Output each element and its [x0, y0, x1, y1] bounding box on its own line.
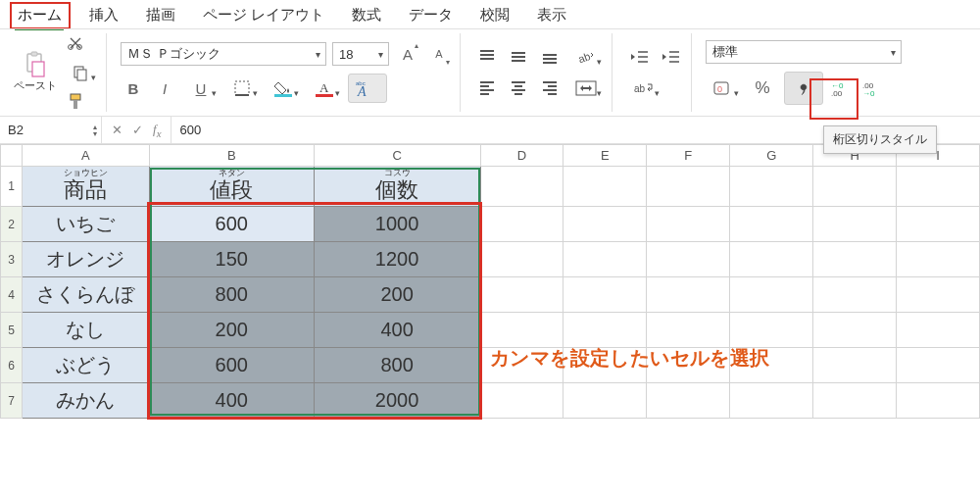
underline-button[interactable]: U	[183, 76, 219, 100]
col-header-B[interactable]: B	[149, 145, 314, 167]
svg-text:ab: ab	[576, 50, 592, 65]
align-top-icon[interactable]	[474, 45, 500, 69]
col-header-E[interactable]: E	[564, 145, 647, 167]
tab-view[interactable]: 表示	[537, 6, 566, 25]
cancel-formula-icon[interactable]: ✕	[112, 123, 122, 137]
tab-home[interactable]: ホーム	[18, 6, 62, 25]
cell-B6[interactable]: 600	[149, 348, 314, 383]
cut-icon[interactable]	[63, 31, 88, 55]
spreadsheet-grid[interactable]: A B C D E F G H I 1 ショウヒン商品 ネダン値段 コスウ個数 …	[0, 144, 980, 419]
align-middle-icon[interactable]	[506, 45, 531, 69]
menu-tabs: ホーム 挿入 描画 ページ レイアウト 数式 データ 校閲 表示	[0, 0, 980, 28]
font-size-select[interactable]: 18	[332, 42, 389, 66]
decrease-decimal-icon[interactable]: .00→0	[860, 76, 886, 100]
cell-B4[interactable]: 800	[149, 277, 314, 313]
svg-rect-13	[316, 94, 333, 97]
align-left-icon[interactable]	[474, 76, 500, 100]
svg-rect-7	[71, 94, 80, 100]
align-center-icon[interactable]	[506, 76, 531, 100]
cell-A2[interactable]: いちご	[23, 207, 150, 242]
format-painter-icon[interactable]	[63, 90, 88, 114]
row-header-7[interactable]: 7	[1, 383, 23, 419]
comma-style-button[interactable]	[784, 72, 823, 105]
cell-C3[interactable]: 1200	[314, 242, 480, 277]
orientation-button[interactable]: ab	[568, 45, 604, 69]
cell-B5[interactable]: 200	[149, 313, 314, 348]
row-header-4[interactable]: 4	[1, 277, 23, 313]
row-header-5[interactable]: 5	[1, 313, 23, 348]
cell-B3[interactable]: 150	[149, 242, 314, 277]
col-header-G[interactable]: G	[730, 145, 813, 167]
svg-text:→0: →0	[862, 89, 875, 98]
decrease-font-size-icon[interactable]	[426, 42, 452, 66]
col-header-D[interactable]: D	[480, 145, 564, 167]
cell-A4[interactable]: さくらんぼ	[23, 277, 150, 313]
italic-button[interactable]: I	[152, 76, 177, 100]
cell-C6[interactable]: 800	[314, 348, 480, 383]
cell-A6[interactable]: ぶどう	[23, 348, 150, 383]
tab-data[interactable]: データ	[409, 6, 453, 25]
ribbon-group-number: 標準 0 % ←0.00 .00→0	[698, 33, 909, 112]
svg-rect-11	[274, 94, 292, 97]
cell-C4[interactable]: 200	[314, 277, 480, 313]
tooltip-comma-style: 桁区切りスタイル	[823, 125, 937, 154]
align-bottom-icon[interactable]	[537, 45, 563, 69]
ribbon-group-indent: ab	[618, 33, 692, 112]
row-header-3[interactable]: 3	[1, 242, 23, 277]
tab-page-layout[interactable]: ページ レイアウト	[203, 6, 324, 25]
align-right-icon[interactable]	[537, 76, 563, 100]
cell-C2[interactable]: 1000	[314, 207, 480, 242]
font-color-button[interactable]: A	[307, 76, 342, 100]
svg-text:A: A	[319, 80, 329, 95]
cell-A3[interactable]: オレンジ	[23, 242, 150, 277]
increase-decimal-icon[interactable]: ←0.00	[829, 76, 855, 100]
svg-text:.00: .00	[831, 89, 843, 98]
bold-button[interactable]: B	[121, 76, 146, 100]
col-header-C[interactable]: C	[314, 145, 480, 167]
tab-formulas[interactable]: 数式	[352, 6, 381, 25]
accounting-format-button[interactable]: 0	[706, 76, 741, 100]
svg-text:A: A	[357, 84, 367, 99]
increase-indent-icon[interactable]	[658, 45, 683, 69]
ribbon-group-font: ＭＳ Ｐゴシック 18 B I U A abcA	[113, 33, 461, 112]
cell-C1[interactable]: コスウ個数	[314, 167, 480, 207]
row-header-1[interactable]: 1	[1, 167, 23, 207]
select-all-corner[interactable]	[1, 145, 23, 167]
name-box[interactable]: B2 ▴▾	[0, 117, 102, 143]
cell-A5[interactable]: なし	[23, 313, 150, 348]
row-header-2[interactable]: 2	[1, 207, 23, 242]
tab-draw[interactable]: 描画	[146, 6, 175, 25]
number-format-select[interactable]: 標準	[706, 40, 902, 64]
col-header-F[interactable]: F	[647, 145, 730, 167]
wrap-text-button[interactable]: ab	[626, 76, 662, 100]
cell-A1[interactable]: ショウヒン商品	[23, 167, 150, 207]
fx-icon[interactable]: fx	[153, 122, 161, 139]
row-header-6[interactable]: 6	[1, 348, 23, 383]
percent-style-button[interactable]: %	[747, 76, 778, 100]
enter-formula-icon[interactable]: ✓	[132, 123, 143, 137]
copy-icon[interactable]	[63, 61, 98, 84]
tab-insert[interactable]: 挿入	[89, 6, 119, 25]
decrease-indent-icon[interactable]	[626, 45, 652, 69]
borders-button[interactable]	[224, 76, 260, 100]
cell-B7[interactable]: 400	[149, 383, 314, 419]
svg-rect-1	[31, 52, 37, 56]
phonetic-guide-button[interactable]: abcA	[348, 74, 387, 103]
cell-C5[interactable]: 400	[314, 313, 480, 348]
col-header-A[interactable]: A	[23, 145, 150, 167]
fill-color-button[interactable]	[266, 76, 301, 100]
font-name-select[interactable]: ＭＳ Ｐゴシック	[121, 42, 326, 66]
cell-B2[interactable]: 600	[149, 207, 314, 242]
annotation-callout-text: カンマを設定したいセルを選択	[490, 345, 770, 372]
paste-icon[interactable]	[23, 53, 48, 76]
merge-cells-button[interactable]	[568, 76, 604, 100]
cell-B1[interactable]: ネダン値段	[149, 167, 314, 207]
tab-review[interactable]: 校閲	[480, 6, 510, 25]
svg-rect-6	[77, 70, 86, 80]
cell-A7[interactable]: みかん	[23, 383, 150, 419]
svg-rect-9	[235, 81, 249, 95]
svg-rect-2	[32, 62, 44, 76]
cell-C7[interactable]: 2000	[314, 383, 480, 419]
increase-font-size-icon[interactable]	[395, 42, 420, 66]
svg-rect-8	[74, 100, 77, 109]
